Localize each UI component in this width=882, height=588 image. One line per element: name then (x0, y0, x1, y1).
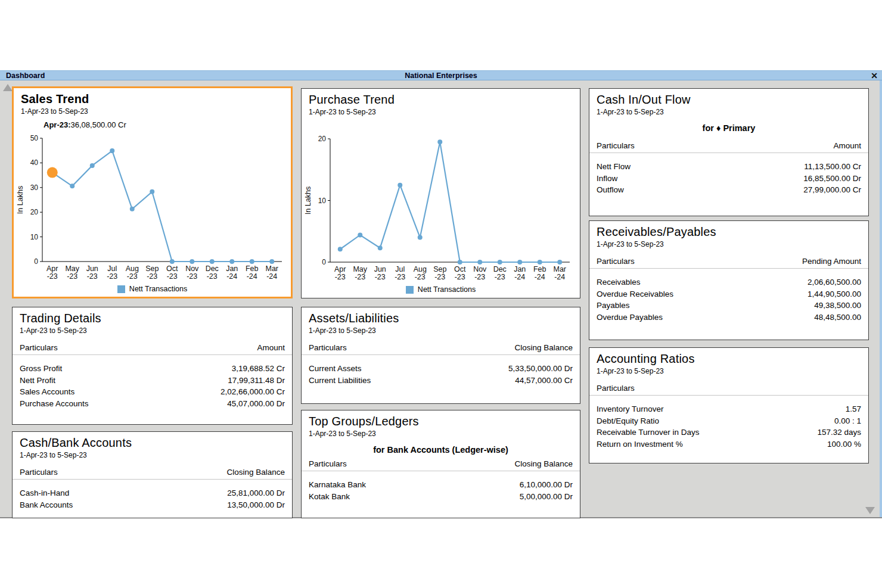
row-value: 1,44,90,500.00 (808, 288, 861, 300)
row-value: 157.32 days (817, 427, 861, 438)
table-body: Inventory Turnover1.57 Debt/Equity Ratio… (589, 396, 868, 450)
row-label: Current Assets (309, 363, 362, 375)
row-label: Sales Accounts (20, 386, 74, 398)
panel-assets-liabilities[interactable]: Assets/Liabilities 1-Apr-23 to 5-Sep-23 … (301, 307, 580, 404)
table-row[interactable]: Sales Accounts2,02,66,000.00 Cr (20, 386, 285, 398)
table-row[interactable]: Overdue Payables48,48,500.00 (597, 312, 861, 323)
svg-text:Jul-23: Jul-23 (107, 265, 117, 281)
panel-period: 1-Apr-23 to 5-Sep-23 (597, 367, 861, 375)
titlebar-company-name: National Enterprises (0, 71, 882, 80)
window-right-border (880, 80, 882, 517)
header-particulars: Particulars (597, 257, 635, 266)
svg-text:Mar-24: Mar-24 (553, 265, 566, 281)
table-row[interactable]: Receivable Turnover in Days157.32 days (597, 427, 861, 438)
table-row[interactable]: Current Assets5,33,50,000.00 Dr (309, 363, 573, 375)
chart-legend: Nett Transactions (302, 285, 580, 294)
hover-amount: 36,08,500.00 Cr (71, 120, 126, 129)
table-header: Particulars Amount (13, 343, 292, 355)
table-header: Particulars Closing Balance (302, 459, 580, 471)
svg-text:Apr-23: Apr-23 (334, 265, 346, 281)
svg-text:Jan-24: Jan-24 (514, 265, 526, 281)
table-row[interactable]: Purchase Accounts45,07,000.00 Dr (20, 398, 285, 410)
panel-title: Receivables/Payables (597, 225, 861, 239)
window-titlebar: Dashboard National Enterprises ✕ (0, 70, 882, 80)
svg-text:In Lakhs: In Lakhs (304, 186, 312, 214)
header-particulars: Particulars (309, 343, 347, 352)
svg-text:0: 0 (34, 257, 38, 266)
row-label: Karnataka Bank (309, 479, 366, 491)
header-particulars: Particulars (20, 343, 58, 352)
table-row[interactable]: Inventory Turnover1.57 (597, 403, 861, 415)
row-value: 48,48,500.00 (814, 312, 861, 323)
table-body: Receivables2,06,60,500.00 Overdue Receiv… (589, 269, 868, 323)
scroll-down-icon[interactable] (865, 507, 875, 514)
table-body: Current Assets5,33,50,000.00 Dr Current … (302, 355, 580, 386)
svg-text:Aug-23: Aug-23 (126, 265, 139, 281)
panel-accounting-ratios[interactable]: Accounting Ratios 1-Apr-23 to 5-Sep-23 P… (589, 347, 869, 463)
panel-scope-line: for Bank Accounts (Ledger-wise) (302, 445, 580, 455)
panel-title: Top Groups/Ledgers (309, 415, 573, 428)
panel-trading-details[interactable]: Trading Details 1-Apr-23 to 5-Sep-23 Par… (12, 307, 293, 425)
row-label: Receivables (597, 276, 641, 288)
header-pending-amount: Pending Amount (802, 257, 861, 266)
table-row[interactable]: Overdue Receivables1,44,90,500.00 (597, 288, 861, 300)
table-row[interactable]: Kotak Bank5,00,000.00 Dr (309, 491, 573, 503)
panel-scope-line: for ♦ Primary (589, 123, 868, 133)
panel-top-groups-ledgers[interactable]: Top Groups/Ledgers 1-Apr-23 to 5-Sep-23 … (301, 410, 580, 518)
table-header: Particulars (589, 384, 868, 396)
table-row[interactable]: Return on Investment %100.00 % (597, 438, 861, 450)
row-label: Return on Investment % (597, 438, 683, 450)
svg-text:Oct-23: Oct-23 (454, 265, 466, 281)
table-row[interactable]: Gross Profit3,19,688.52 Cr (20, 363, 285, 375)
table-row[interactable]: Karnataka Bank6,10,000.00 Dr (309, 479, 573, 491)
row-value: 2,06,60,500.00 (808, 276, 861, 288)
sales-trend-chart[interactable]: 01020304050In LakhsApr-23May-23Jun-23Jul… (15, 133, 287, 285)
row-label: Current Liabilities (309, 375, 371, 387)
panel-title: Sales Trend (21, 92, 284, 106)
row-label: Outflow (597, 184, 624, 196)
panel-receivables-payables[interactable]: Receivables/Payables 1-Apr-23 to 5-Sep-2… (589, 220, 869, 340)
panel-cash-bank-accounts[interactable]: Cash/Bank Accounts 1-Apr-23 to 5-Sep-23 … (12, 431, 293, 518)
table-row[interactable]: Payables49,38,500.00 (597, 300, 861, 312)
svg-text:Jul-23: Jul-23 (395, 265, 405, 281)
table-row[interactable]: Receivables2,06,60,500.00 (597, 276, 861, 288)
row-label: Bank Accounts (20, 499, 73, 511)
scroll-up-icon[interactable] (3, 84, 13, 91)
svg-text:Dec-23: Dec-23 (493, 265, 507, 281)
panel-purchase-trend[interactable]: Purchase Trend 1-Apr-23 to 5-Sep-23 0102… (301, 88, 580, 298)
panel-title: Cash/Bank Accounts (20, 436, 285, 450)
purchase-trend-chart[interactable]: 01020In LakhsApr-23May-23Jun-23Jul-23Aug… (303, 134, 574, 285)
close-icon[interactable]: ✕ (871, 71, 878, 80)
table-row[interactable]: Outflow27,99,000.00 Cr (597, 184, 861, 196)
table-row[interactable]: Bank Accounts13,50,000.00 Dr (20, 499, 285, 511)
row-value: 27,99,000.00 Cr (803, 184, 861, 196)
svg-text:10: 10 (318, 197, 327, 205)
header-particulars: Particulars (597, 141, 635, 150)
header-particulars: Particulars (309, 459, 347, 468)
table-row[interactable]: Nett Profit17,99,311.48 Dr (20, 375, 285, 387)
row-value: 13,50,000.00 Dr (227, 499, 285, 511)
table-header: Particulars Pending Amount (589, 257, 868, 269)
row-value: 5,00,000.00 Dr (520, 491, 573, 503)
svg-text:Apr-23: Apr-23 (46, 265, 58, 281)
panel-cash-in-out-flow[interactable]: Cash In/Out Flow 1-Apr-23 to 5-Sep-23 fo… (589, 88, 869, 216)
panel-title: Cash In/Out Flow (597, 93, 861, 107)
row-label: Cash-in-Hand (20, 487, 69, 499)
table-row[interactable]: Inflow16,85,500.00 Dr (597, 173, 861, 185)
panel-title: Purchase Trend (309, 93, 573, 107)
panel-sales-trend[interactable]: Sales Trend 1-Apr-23 to 5-Sep-23 Apr-23:… (12, 86, 293, 298)
row-label: Inflow (597, 173, 617, 185)
table-row[interactable]: Cash-in-Hand25,81,000.00 Dr (20, 487, 285, 499)
panel-title: Accounting Ratios (597, 352, 861, 366)
row-value: 1.57 (846, 403, 861, 415)
table-row[interactable]: Current Liabilities44,57,000.00 Cr (309, 375, 573, 387)
row-label: Receivable Turnover in Days (597, 427, 700, 438)
table-body: Cash-in-Hand25,81,000.00 Dr Bank Account… (13, 480, 292, 511)
table-row[interactable]: Nett Flow11,13,500.00 Cr (597, 161, 861, 173)
panel-title: Trading Details (20, 312, 285, 325)
table-header: Particulars Closing Balance (302, 343, 580, 355)
row-label: Purchase Accounts (20, 398, 89, 410)
table-row[interactable]: Debt/Equity Ratio0.00 : 1 (597, 415, 861, 427)
row-label: Overdue Receivables (597, 288, 673, 300)
row-value: 25,81,000.00 Dr (227, 487, 285, 499)
